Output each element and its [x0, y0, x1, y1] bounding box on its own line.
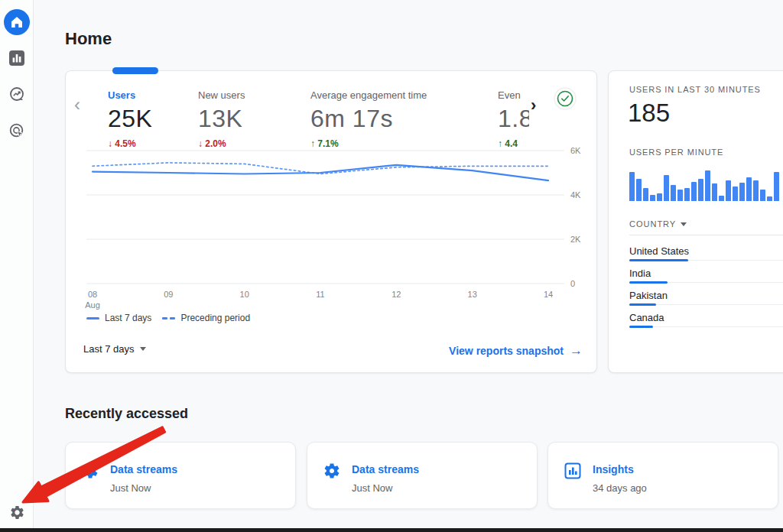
recent-card-data-streams[interactable]: Data streamsJust Now — [307, 442, 538, 509]
metric-value: 6m 17s — [310, 105, 427, 133]
minute-bar — [643, 188, 648, 201]
solid-line-swatch — [86, 317, 99, 320]
chart-legend: Last 7 daysPreceding period — [86, 313, 250, 323]
minute-bar — [684, 188, 690, 201]
recent-card-data-streams[interactable]: Data streamsJust Now — [65, 442, 296, 509]
metric-label: Even — [498, 89, 529, 101]
snapshot-link-label: View reports snapshot — [449, 345, 564, 357]
users-30min-value: 185 — [628, 99, 670, 128]
reports-icon — [9, 50, 24, 69]
sidebar-item-home[interactable] — [0, 9, 34, 35]
svg-text:09: 09 — [164, 290, 173, 299]
minute-bar — [774, 172, 779, 201]
legend-item-last-7-days: Last 7 days — [86, 313, 151, 323]
sidebar-item-reports[interactable] — [0, 50, 34, 69]
gear-icon — [9, 504, 25, 524]
metric-tab-even[interactable]: Even1.8↑ 4.4 — [498, 83, 529, 149]
svg-text:08: 08 — [88, 290, 97, 299]
bottom-bar — [0, 528, 783, 532]
users-line-chart: 6K4K2K008Aug091011121314 — [66, 148, 598, 313]
minute-bar — [677, 190, 683, 201]
legend-label: Preceding period — [180, 313, 250, 323]
svg-text:13: 13 — [468, 290, 477, 299]
metric-value: 25K — [108, 105, 152, 133]
divider — [629, 235, 783, 235]
realtime-users-card: USERS IN LAST 30 MINUTES 185 USERS PER M… — [608, 70, 783, 373]
svg-text:10: 10 — [240, 290, 249, 299]
left-navigation — [0, 0, 34, 532]
legend-item-preceding-period: Preceding period — [162, 313, 250, 323]
country-name: India — [629, 268, 651, 279]
country-users-bar — [629, 303, 656, 306]
metric-tab-users[interactable]: Users25K↓ 4.5% — [108, 83, 152, 149]
minute-bar — [650, 195, 655, 201]
home-icon — [4, 9, 30, 35]
explore-icon — [8, 86, 25, 105]
country-name: Pakistan — [629, 290, 668, 301]
metrics-scroll-left-button[interactable]: ‹ — [74, 96, 80, 114]
users-per-minute-bar-chart — [629, 167, 779, 201]
recent-card-insights[interactable]: Insights34 days ago — [547, 442, 778, 509]
minute-bar — [746, 177, 752, 201]
country-row-canada: Canada — [629, 307, 783, 329]
sidebar-item-advertising[interactable] — [0, 122, 34, 142]
minute-bar — [705, 170, 710, 201]
chevron-down-icon — [140, 347, 146, 351]
minute-bar — [671, 185, 676, 201]
recent-card-time: 34 days ago — [593, 482, 647, 494]
advertising-icon — [8, 122, 25, 142]
metric-value: 13K — [198, 105, 245, 133]
sidebar-item-admin[interactable] — [0, 504, 34, 524]
metric-label: Average engagement time — [310, 89, 427, 101]
svg-text:12: 12 — [392, 290, 401, 299]
recently-accessed-heading: Recently accessed — [65, 406, 188, 422]
country-users-bar — [629, 326, 653, 328]
users-30min-label: USERS IN LAST 30 MINUTES — [629, 85, 761, 94]
country-row-united-states: United States — [629, 241, 783, 263]
metric-value: 1.8 — [498, 105, 529, 133]
recent-card-title: Insights — [593, 463, 634, 475]
settings-gear-icon — [81, 462, 99, 483]
minute-bar — [657, 193, 662, 201]
svg-text:4K: 4K — [570, 190, 581, 200]
minute-bar — [739, 183, 745, 201]
view-reports-snapshot-link[interactable]: View reports snapshot → — [449, 343, 583, 358]
metric-label: New users — [198, 89, 245, 101]
country-list: United StatesIndiaPakistanCanada — [629, 241, 783, 329]
dashed-line-swatch — [162, 317, 175, 320]
date-range-label: Last 7 days — [83, 343, 135, 355]
sidebar-item-explore[interactable] — [0, 86, 34, 105]
minute-bar — [767, 196, 772, 201]
recent-card-title: Data streams — [352, 463, 419, 475]
page-title: Home — [65, 29, 112, 49]
minute-bar — [636, 179, 642, 201]
metrics-scroll-right-button[interactable]: › — [531, 97, 536, 114]
svg-text:14: 14 — [544, 290, 553, 299]
svg-text:6K: 6K — [570, 148, 581, 155]
chevron-down-icon — [681, 222, 687, 226]
date-range-selector[interactable]: Last 7 days — [83, 343, 146, 355]
country-row-pakistan: Pakistan — [629, 285, 783, 307]
active-metric-tab-indicator — [112, 67, 158, 74]
minute-bar — [629, 172, 635, 201]
settings-gear-icon — [323, 462, 341, 483]
svg-text:11: 11 — [316, 290, 324, 299]
legend-label: Last 7 days — [105, 313, 151, 323]
minute-bar — [760, 190, 765, 201]
users-per-minute-label: USERS PER MINUTE — [629, 148, 723, 157]
minute-bar — [753, 180, 759, 201]
metric-tab-average-engagement-time[interactable]: Average engagement time6m 17s↑ 7.1% — [310, 83, 427, 149]
data-quality-check-icon[interactable] — [554, 87, 577, 113]
minute-bar — [691, 182, 697, 201]
svg-text:Aug: Aug — [85, 300, 100, 310]
country-users-bar — [629, 281, 668, 284]
minute-bar — [712, 183, 717, 201]
metric-tab-new-users[interactable]: New users13K↓ 2.0% — [198, 83, 245, 149]
country-name: Canada — [629, 312, 664, 323]
home-overview-card: ‹ Users25K↓ 4.5%New users13K↓ 2.0%Averag… — [65, 70, 597, 373]
country-name: United States — [629, 245, 689, 257]
minute-bar — [664, 175, 669, 201]
country-dimension-dropdown[interactable]: COUNTRY — [629, 219, 687, 229]
recent-card-time: Just Now — [352, 482, 392, 494]
arrow-right-icon: → — [570, 343, 583, 358]
